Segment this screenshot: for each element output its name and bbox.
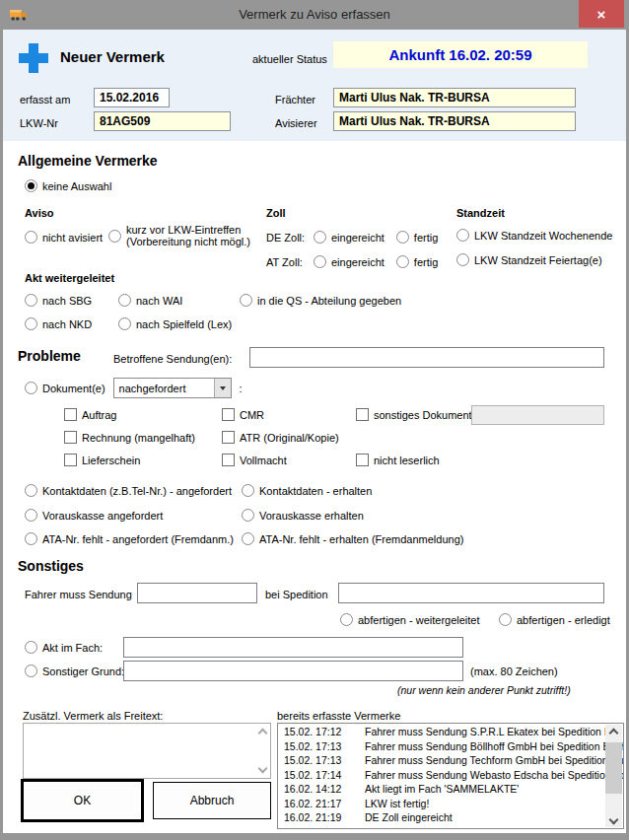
subheading-zoll: Zoll: [266, 207, 286, 219]
radio-nach-spielfeld[interactable]: nach Spielfeld (Lex): [118, 317, 232, 330]
max-zeichen-label: (max. 80 Zeichen): [470, 665, 558, 677]
radio-nicht-avisiert[interactable]: nicht avisiert: [25, 231, 103, 244]
radio-label: nicht avisiert: [42, 232, 103, 244]
vermerk-time: 16.02. 21:17: [278, 797, 365, 811]
radio-qs-abteilung[interactable]: in die QS - Abteilung gegeben: [240, 294, 401, 307]
radio-dokumente[interactable]: Dokument(e): [25, 382, 105, 394]
hint-label: (nur wenn kein anderer Punkt zutrifft!): [397, 684, 560, 696]
radio-abfertigen-weitergeleitet[interactable]: abfertigen - weitergeleitet: [340, 613, 480, 626]
radio-ata-angefordert[interactable]: ATA-Nr. fehlt - angefordert (Fremdanm.): [25, 532, 234, 545]
vermerke-listbox[interactable]: 15.02. 17:12 Fahrer muss Sendung S.P.R.L…: [277, 723, 624, 829]
checkbox-sonstiges-dokument[interactable]: sonstiges Dokument:: [356, 408, 475, 421]
freitext-textarea[interactable]: [23, 723, 271, 779]
erfasst-am-label: erfasst am: [20, 94, 70, 105]
radio-circle-icon: [314, 255, 326, 268]
list-item[interactable]: 16.02. 14:12 Akt liegt im Fach 'SAMMELAK…: [278, 782, 623, 797]
list-item[interactable]: 15.02. 17:13 Fahrer muss Sendung Techfor…: [278, 753, 623, 768]
radio-circle-icon: [240, 294, 252, 307]
radio-vorauskasse-erhalten[interactable]: Vorauskasse erhalten: [242, 509, 364, 522]
dokumente-dropdown[interactable]: nachgefordert: [113, 378, 232, 398]
radio-circle-icon: [118, 294, 131, 307]
page-title: Neuer Vermerk: [60, 48, 165, 65]
titlebar[interactable]: Vermerk zu Aviso erfassen ×: [0, 0, 629, 30]
subheading-aviso: Aviso: [25, 207, 54, 219]
vermerk-text: Akt liegt im Fach 'SAMMELAKTE': [365, 782, 623, 797]
checkbox-box-icon: [64, 454, 77, 466]
sonstiger-grund-input[interactable]: [123, 661, 463, 681]
bei-spedition-input[interactable]: [338, 583, 604, 603]
sonstiges-dokument-input[interactable]: [471, 405, 604, 425]
radio-circle-icon: [242, 509, 254, 522]
radio-standzeit-wochenende[interactable]: LKW Standzeit Wochenende: [456, 229, 612, 242]
list-item[interactable]: 16.02. 21:17 LKW ist fertig!: [278, 797, 623, 811]
scroll-down-icon[interactable]: [605, 811, 622, 827]
radio-nach-nkd[interactable]: nach NKD: [25, 317, 118, 330]
lkw-nr-field[interactable]: 81AG509: [94, 111, 231, 131]
chevron-down-icon[interactable]: [214, 379, 231, 397]
radio-at-zoll-eingereicht[interactable]: eingereicht: [314, 255, 384, 268]
radio-akt-im-fach[interactable]: Akt im Fach:: [25, 641, 103, 654]
scroll-up-icon: [258, 729, 268, 738]
section-sonstiges: Sonstiges: [18, 558, 84, 574]
avisierer-label: Avisierer: [275, 117, 317, 129]
checkbox-atr[interactable]: ATR (Original/Kopie): [222, 431, 339, 444]
fraechter-field[interactable]: Marti Ulus Nak. TR-BURSA: [333, 88, 576, 107]
subheading-akt-weitergeleitet: Akt weitergeleitet: [25, 272, 114, 284]
radio-label: keine Auswahl: [42, 180, 111, 192]
radio-vorauskasse-angefordert[interactable]: Vorauskasse angefordert: [25, 509, 163, 522]
fahrer-sendung-label: Fahrer muss Sendung: [25, 589, 132, 600]
list-scrollbar[interactable]: [605, 725, 622, 827]
radio-nach-sbg[interactable]: nach SBG: [25, 294, 118, 307]
radio-circle-icon: [242, 484, 254, 497]
radio-kurz-vor-lkw-eintreffen[interactable]: kurz vor LKW-Eintreffen (Vorbereitung ni…: [108, 224, 250, 247]
scrollbar-thumb[interactable]: [605, 742, 622, 794]
radio-abfertigen-erledigt[interactable]: abfertigen - erledigt: [499, 613, 610, 626]
vermerk-text: Fahrer muss Sendung Böllhoff GmbH bei Sp…: [365, 739, 623, 754]
list-item[interactable]: 16.02. 21:19 DE Zoll eingereicht: [278, 810, 623, 825]
radio-kontaktdaten-angefordert[interactable]: Kontaktdaten (z.B.Tel-Nr.) - angefordert: [25, 484, 232, 497]
radio-circle-icon: [25, 641, 37, 654]
plus-icon: [19, 43, 48, 73]
betroffene-sendungen-input[interactable]: [249, 347, 604, 368]
fahrer-sendung-input[interactable]: [137, 583, 257, 603]
radio-circle-icon: [25, 231, 37, 244]
abbruch-button[interactable]: Abbruch: [153, 782, 271, 819]
erfasst-am-field[interactable]: 15.02.2016: [94, 88, 170, 107]
avisierer-field[interactable]: Marti Ulus Nak. TR-BURSA: [333, 111, 576, 131]
radio-nach-wai[interactable]: nach WAI: [118, 294, 240, 307]
radio-de-zoll-eingereicht[interactable]: eingereicht: [314, 231, 384, 244]
section-probleme: Probleme: [18, 348, 81, 364]
list-item[interactable]: 15.02. 17:13 Fahrer muss Sendung Böllhof…: [278, 739, 623, 754]
checkbox-rechnung[interactable]: Rechnung (mangelhaft): [64, 431, 195, 444]
row-dokumente: Dokument(e) nachgefordert :: [25, 378, 243, 398]
checkbox-cmr[interactable]: CMR: [222, 408, 264, 421]
radio-de-zoll-fertig[interactable]: fertig: [396, 231, 438, 244]
radio-sonstiger-grund[interactable]: Sonstiger Grund:: [25, 665, 124, 677]
radio-ata-erhalten[interactable]: ATA-Nr. fehlt - erhalten (Fremdanmeldung…: [242, 532, 463, 545]
checkbox-vollmacht[interactable]: Vollmacht: [222, 454, 287, 466]
close-button[interactable]: ×: [579, 0, 624, 28]
radio-circle-icon: [396, 255, 409, 268]
checkbox-box-icon: [64, 431, 77, 444]
status-value: Ankunft 16.02. 20:59: [333, 41, 588, 68]
radio-kontaktdaten-erhalten[interactable]: Kontaktdaten - erhalten: [242, 484, 372, 497]
checkbox-auftrag[interactable]: Auftrag: [64, 408, 116, 421]
vermerke-label: bereits erfasste Vermerke: [277, 710, 400, 722]
radio-at-zoll-fertig[interactable]: fertig: [396, 255, 438, 268]
radio-circle-icon: [25, 317, 37, 330]
radio-standzeit-feiertage[interactable]: LKW Standzeit Feiertag(e): [456, 253, 602, 266]
akt-im-fach-input[interactable]: [123, 637, 463, 658]
ok-button[interactable]: OK: [21, 779, 144, 822]
dialog-window: Vermerk zu Aviso erfassen × Neuer Vermer…: [0, 0, 629, 840]
radio-keine-auswahl[interactable]: keine Auswahl: [25, 179, 111, 192]
vermerk-text: Fahrer muss Sendung S.P.R.L Ekatex bei S…: [365, 725, 623, 739]
radio-circle-icon: [25, 179, 37, 192]
list-item[interactable]: 15.02. 17:12 Fahrer muss Sendung S.P.R.L…: [278, 725, 623, 739]
vermerk-time: 15.02. 17:13: [278, 753, 365, 768]
checkbox-lieferschein[interactable]: Lieferschein: [64, 454, 140, 466]
checkbox-nicht-leserlich[interactable]: nicht leserlich: [356, 454, 440, 466]
list-item[interactable]: 15.02. 17:14 Fahrer muss Sendung Webasto…: [278, 768, 623, 783]
scroll-up-icon[interactable]: [605, 725, 622, 740]
window-title: Vermerk zu Aviso erfassen: [0, 7, 629, 22]
row-akt-2: nach NKD nach Spielfeld (Lex): [25, 317, 232, 330]
